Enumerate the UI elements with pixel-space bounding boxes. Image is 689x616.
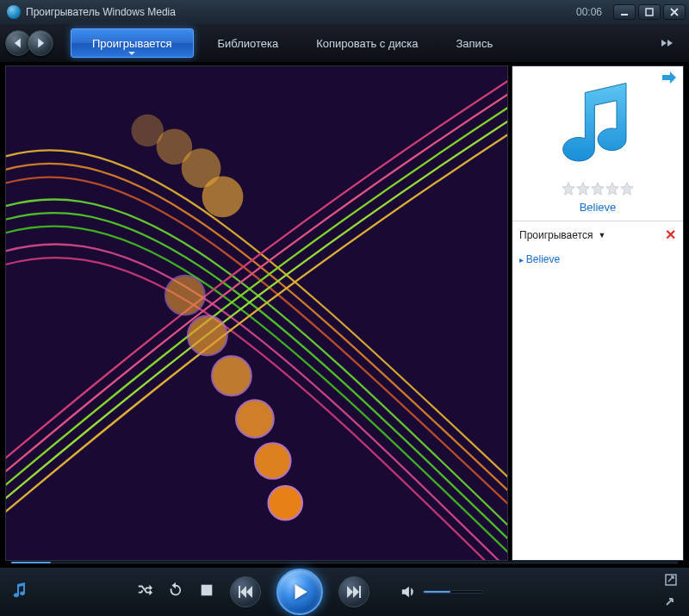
play-button[interactable] (276, 569, 323, 615)
playlist-header-label: Проигрывается (519, 229, 593, 241)
navbar: Проигрывается Библиотека Копировать с ди… (0, 24, 689, 62)
svg-point-11 (255, 443, 291, 479)
window-title: Проигрыватель Windows Media (26, 6, 176, 18)
tab-now-playing[interactable]: Проигрывается (71, 28, 194, 58)
content-area: Believe Проигрывается ▼ ✕ Believe (0, 62, 689, 561)
current-song-title: Believe (519, 201, 676, 214)
tab-library[interactable]: Библиотека (199, 24, 298, 62)
playlist-header[interactable]: Проигрывается ▼ ✕ (512, 221, 683, 248)
maximize-button[interactable] (638, 4, 661, 20)
chevron-down-icon (128, 52, 135, 55)
tab-label: Библиотека (218, 37, 279, 50)
next-panel-button[interactable] (662, 72, 676, 87)
svg-point-9 (212, 356, 251, 395)
more-tabs-button[interactable] (653, 35, 684, 51)
star-icon (605, 182, 619, 196)
stop-button[interactable] (199, 582, 214, 601)
seek-bar[interactable] (10, 561, 679, 566)
switch-to-library-button[interactable] (12, 582, 29, 602)
star-icon (562, 182, 575, 196)
album-art-area: Believe (512, 66, 683, 221)
fullscreen-button[interactable] (665, 574, 677, 589)
tab-bar: Проигрывается Библиотека Копировать с ди… (65, 24, 512, 62)
playlist-item-label: Believe (526, 253, 560, 265)
svg-point-7 (165, 276, 205, 315)
chevron-down-icon: ▼ (598, 231, 605, 240)
repeat-button[interactable] (168, 582, 183, 601)
star-icon (576, 182, 590, 196)
side-panel: Believe Проигрывается ▼ ✕ Believe (512, 65, 684, 561)
svg-point-8 (188, 316, 227, 356)
tab-label: Копировать с диска (316, 37, 418, 50)
nav-forward-button[interactable] (28, 30, 53, 56)
elapsed-time: 00:06 (576, 6, 602, 18)
previous-button[interactable] (230, 576, 261, 607)
star-icon (620, 182, 634, 196)
next-button[interactable] (338, 576, 369, 607)
svg-rect-1 (646, 9, 653, 16)
svg-point-6 (202, 176, 244, 217)
visualization-pane[interactable] (5, 65, 508, 561)
volume-slider[interactable] (423, 590, 483, 594)
svg-rect-0 (621, 14, 628, 16)
mute-button[interactable] (400, 584, 416, 600)
svg-point-12 (269, 486, 302, 520)
playlist: Believe (512, 248, 683, 271)
star-icon (591, 182, 605, 196)
tab-label: Проигрывается (92, 37, 172, 50)
close-button[interactable] (663, 4, 686, 20)
playlist-item[interactable]: Believe (519, 252, 676, 267)
app-window: Проигрыватель Windows Media 00:06 Проигр… (0, 0, 689, 616)
volume-control (400, 584, 483, 600)
titlebar: Проигрыватель Windows Media 00:06 (0, 0, 689, 24)
tab-burn[interactable]: Запись (438, 24, 512, 62)
rating-stars[interactable] (519, 182, 676, 196)
svg-rect-13 (202, 585, 213, 596)
svg-rect-2 (6, 66, 507, 560)
compact-mode-button[interactable] (665, 594, 677, 610)
svg-point-10 (236, 400, 274, 438)
shuffle-button[interactable] (137, 582, 152, 601)
music-note-icon (550, 78, 645, 173)
app-icon (7, 5, 21, 19)
tab-rip[interactable]: Копировать с диска (297, 24, 437, 62)
tab-label: Запись (456, 37, 493, 50)
clear-playlist-button[interactable]: ✕ (665, 227, 676, 243)
player-controls (0, 568, 689, 616)
minimize-button[interactable] (613, 4, 636, 20)
